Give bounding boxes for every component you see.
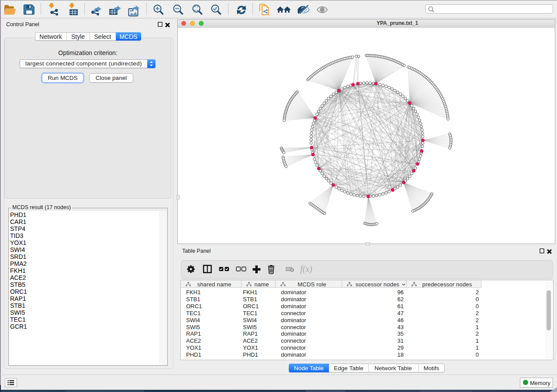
svg-text:f(x): f(x) <box>300 264 312 274</box>
